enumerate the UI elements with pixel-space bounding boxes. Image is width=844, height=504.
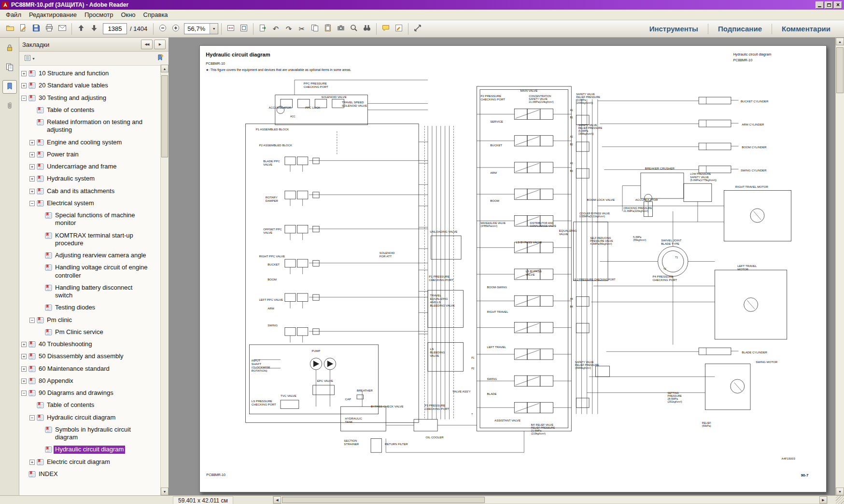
- zoom-in-button[interactable]: [169, 22, 182, 36]
- menu-item-5[interactable]: Справка: [140, 10, 172, 19]
- bookmark-item[interactable]: Symbols in hydraulic circuit diagram: [19, 424, 159, 444]
- bookmark-item[interactable]: +20 Standard value tables: [19, 80, 159, 92]
- fit-width-button[interactable]: [225, 22, 237, 36]
- expand-plus-icon[interactable]: +: [29, 176, 35, 182]
- next-page-button[interactable]: [88, 22, 100, 36]
- bookmark-item[interactable]: +80 Appendix: [19, 375, 159, 387]
- bookmark-item[interactable]: Table of contents: [19, 104, 159, 116]
- copy-button[interactable]: [309, 22, 321, 36]
- panel-expand-button[interactable]: ▶: [154, 40, 166, 49]
- cut-button[interactable]: ✂: [295, 22, 308, 36]
- bookmark-item[interactable]: −90 Diagrams and drawings: [19, 387, 159, 399]
- expand-plus-icon[interactable]: +: [29, 140, 35, 145]
- bookmark-item[interactable]: −Electrical system: [19, 197, 159, 210]
- menu-item-1[interactable]: Файл: [2, 10, 25, 19]
- bookmark-item[interactable]: +Engine and cooling system: [19, 137, 159, 149]
- marquee-zoom-button[interactable]: [348, 22, 360, 36]
- share-button[interactable]: [256, 22, 269, 36]
- zoom-dropdown-button[interactable]: ▼: [210, 24, 218, 34]
- close-button[interactable]: ×: [834, 1, 842, 9]
- panel-collapse-button[interactable]: ◀◀: [141, 40, 153, 49]
- bookmarks-scrollbar[interactable]: ▲ ▼: [160, 65, 169, 495]
- panel-button-tools[interactable]: Инструменты: [640, 20, 708, 37]
- expand-plus-icon[interactable]: +: [21, 71, 27, 76]
- bookmark-item[interactable]: Pm Clinic service: [19, 326, 159, 338]
- expand-plus-icon[interactable]: +: [29, 152, 35, 157]
- bookmark-item[interactable]: Adjusting rearview camera angle: [19, 250, 159, 262]
- fit-page-button[interactable]: [238, 22, 250, 36]
- minimize-button[interactable]: [816, 1, 824, 9]
- bookmark-item[interactable]: +Cab and its attachments: [19, 185, 159, 197]
- bookmarks-options-button[interactable]: ▼: [23, 54, 37, 63]
- bookmarks-panel-button[interactable]: [2, 80, 17, 94]
- comment-button[interactable]: [380, 22, 392, 36]
- scroll-up-button[interactable]: ▲: [161, 65, 169, 72]
- bookmark-item[interactable]: +Undercarriage and frame: [19, 161, 159, 173]
- bookmark-item[interactable]: KOMTRAX terminal start-up procedure: [19, 230, 159, 250]
- collapse-minus-icon[interactable]: −: [21, 391, 27, 396]
- expand-plus-icon[interactable]: +: [21, 83, 27, 88]
- scroll-down-button[interactable]: ▼: [836, 488, 844, 495]
- security-panel-button[interactable]: [2, 42, 17, 55]
- bookmark-item[interactable]: +Power train: [19, 149, 159, 161]
- collapse-minus-icon[interactable]: −: [21, 96, 27, 101]
- panel-button-sign[interactable]: Подписание: [708, 20, 772, 37]
- redo-button[interactable]: ↷: [282, 22, 295, 36]
- bookmark-item[interactable]: +50 Disassembly and assembly: [19, 350, 159, 363]
- find-button[interactable]: [361, 22, 373, 36]
- expand-plus-icon[interactable]: +: [21, 354, 27, 359]
- undo-button[interactable]: ↶: [269, 22, 282, 36]
- scroll-left-button[interactable]: ◀: [273, 496, 281, 504]
- attachments-panel-button[interactable]: [2, 99, 17, 113]
- paste-button[interactable]: [322, 22, 334, 36]
- bookmark-item[interactable]: +Hydraulic system: [19, 173, 159, 185]
- scroll-right-button[interactable]: ▶: [819, 496, 827, 504]
- locate-current-bookmark-button[interactable]: [155, 54, 165, 63]
- save-button[interactable]: [30, 22, 42, 36]
- collapse-minus-icon[interactable]: −: [29, 318, 35, 323]
- expand-plus-icon[interactable]: +: [21, 366, 27, 372]
- page-number-input[interactable]: [103, 23, 127, 34]
- sign-button[interactable]: [393, 22, 405, 36]
- page-thumbnails-panel-button[interactable]: [2, 61, 17, 74]
- fullscreen-button[interactable]: [411, 22, 424, 36]
- document-horizontal-scrollbar[interactable]: ◀ ▶: [273, 496, 828, 504]
- print-button[interactable]: [43, 22, 56, 36]
- collapse-minus-icon[interactable]: −: [29, 201, 35, 206]
- scroll-down-button[interactable]: ▼: [161, 488, 169, 495]
- bookmark-item[interactable]: Special functions of machine monitor: [19, 210, 159, 230]
- bookmark-item[interactable]: Handling voltage circuit of engine contr…: [19, 262, 159, 282]
- scrollbar-thumb[interactable]: [161, 75, 168, 157]
- maximize-button[interactable]: [825, 1, 833, 9]
- bookmark-item[interactable]: Testing diodes: [19, 302, 159, 314]
- snapshot-button[interactable]: [335, 22, 347, 36]
- bookmark-item[interactable]: INDEX: [19, 468, 159, 480]
- scrollbar-thumb[interactable]: [836, 47, 844, 93]
- menu-item-2[interactable]: Редактирование: [25, 10, 81, 19]
- bookmark-item[interactable]: −Hydraulic circuit diagram: [19, 412, 159, 424]
- bookmark-item[interactable]: +10 Structure and function: [19, 68, 159, 80]
- bookmark-item[interactable]: −30 Testing and adjusting: [19, 92, 159, 104]
- open-button[interactable]: [4, 22, 16, 36]
- expand-plus-icon[interactable]: +: [29, 164, 35, 169]
- collapse-minus-icon[interactable]: −: [29, 415, 35, 420]
- bookmark-item[interactable]: −Pm clinic: [19, 314, 159, 326]
- email-button[interactable]: [56, 22, 69, 36]
- scrollbar-thumb[interactable]: [282, 497, 485, 503]
- fill-sign-button[interactable]: [17, 22, 29, 36]
- bookmark-item[interactable]: Related information on testing and adjus…: [19, 116, 159, 137]
- expand-plus-icon[interactable]: +: [29, 189, 35, 194]
- panel-button-comments[interactable]: Комментарии: [772, 20, 840, 37]
- bookmark-item[interactable]: +Electric circuit diagram: [19, 456, 159, 468]
- menu-item-3[interactable]: Просмотр: [81, 10, 117, 19]
- bookmark-item[interactable]: Hydraulic circuit diagram: [19, 444, 159, 456]
- bookmark-item[interactable]: +40 Troubleshooting: [19, 338, 159, 350]
- bookmark-item[interactable]: Table of contents: [19, 399, 159, 411]
- expand-plus-icon[interactable]: +: [21, 342, 27, 347]
- zoom-level-select[interactable]: 56,7% ▼: [184, 23, 218, 34]
- bookmark-item[interactable]: Handling battery disconnect switch: [19, 282, 159, 302]
- document-vertical-scrollbar[interactable]: ▲ ▼: [835, 38, 844, 495]
- expand-plus-icon[interactable]: +: [29, 460, 35, 465]
- expand-plus-icon[interactable]: +: [21, 378, 27, 384]
- previous-page-button[interactable]: [75, 22, 87, 36]
